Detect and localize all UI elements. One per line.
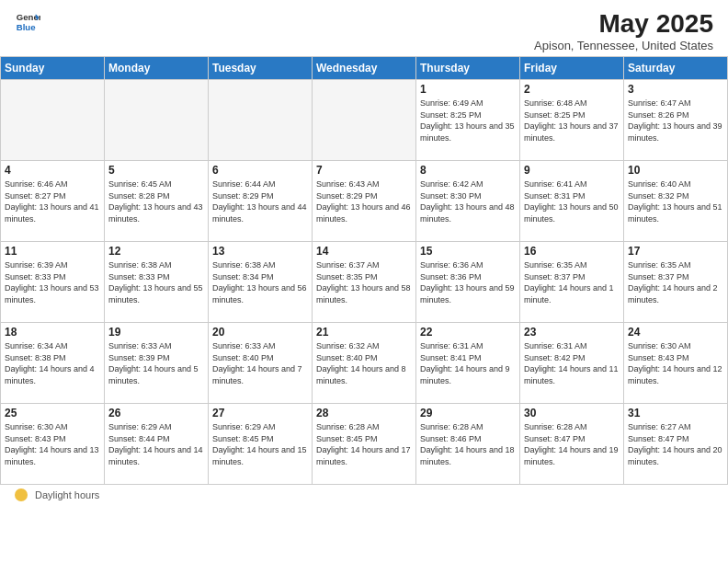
calendar-cell: 24Sunrise: 6:30 AM Sunset: 8:43 PM Dayli… bbox=[624, 323, 728, 404]
calendar-cell: 19Sunrise: 6:33 AM Sunset: 8:39 PM Dayli… bbox=[105, 323, 209, 404]
calendar-cell: 12Sunrise: 6:38 AM Sunset: 8:33 PM Dayli… bbox=[105, 242, 209, 323]
day-info: Sunrise: 6:48 AM Sunset: 8:25 PM Dayligh… bbox=[524, 98, 620, 144]
calendar-cell: 6Sunrise: 6:44 AM Sunset: 8:29 PM Daylig… bbox=[209, 161, 313, 242]
day-number: 10 bbox=[628, 164, 723, 177]
calendar-cell bbox=[313, 80, 416, 161]
calendar-cell: 27Sunrise: 6:29 AM Sunset: 8:45 PM Dayli… bbox=[209, 404, 313, 485]
day-info: Sunrise: 6:46 AM Sunset: 8:27 PM Dayligh… bbox=[5, 178, 100, 224]
day-info: Sunrise: 6:38 AM Sunset: 8:33 PM Dayligh… bbox=[108, 259, 204, 305]
calendar-cell: 22Sunrise: 6:31 AM Sunset: 8:41 PM Dayli… bbox=[416, 323, 520, 404]
day-info: Sunrise: 6:31 AM Sunset: 8:41 PM Dayligh… bbox=[420, 340, 516, 386]
day-number: 26 bbox=[108, 407, 204, 419]
day-info: Sunrise: 6:30 AM Sunset: 8:43 PM Dayligh… bbox=[628, 340, 723, 386]
day-number: 13 bbox=[212, 245, 308, 258]
day-info: Sunrise: 6:44 AM Sunset: 8:29 PM Dayligh… bbox=[212, 178, 308, 224]
calendar-cell: 29Sunrise: 6:28 AM Sunset: 8:46 PM Dayli… bbox=[416, 404, 520, 485]
calendar-header-row: SundayMondayTuesdayWednesdayThursdayFrid… bbox=[1, 57, 728, 80]
calendar-cell: 4Sunrise: 6:46 AM Sunset: 8:27 PM Daylig… bbox=[1, 161, 105, 242]
day-info: Sunrise: 6:27 AM Sunset: 8:47 PM Dayligh… bbox=[628, 421, 723, 467]
col-header-monday: Monday bbox=[105, 57, 209, 80]
logo: General Blue bbox=[15, 9, 40, 35]
calendar-cell bbox=[105, 80, 209, 161]
calendar-cell: 9Sunrise: 6:41 AM Sunset: 8:31 PM Daylig… bbox=[520, 161, 624, 242]
day-info: Sunrise: 6:37 AM Sunset: 8:35 PM Dayligh… bbox=[316, 259, 412, 305]
day-number: 24 bbox=[628, 326, 723, 339]
calendar-cell: 10Sunrise: 6:40 AM Sunset: 8:32 PM Dayli… bbox=[624, 161, 728, 242]
calendar-week-1: 1Sunrise: 6:49 AM Sunset: 8:25 PM Daylig… bbox=[1, 80, 728, 161]
day-number: 14 bbox=[316, 245, 412, 258]
day-info: Sunrise: 6:38 AM Sunset: 8:34 PM Dayligh… bbox=[212, 259, 308, 305]
day-number: 2 bbox=[524, 83, 620, 96]
day-info: Sunrise: 6:40 AM Sunset: 8:32 PM Dayligh… bbox=[628, 178, 723, 224]
col-header-wednesday: Wednesday bbox=[313, 57, 416, 80]
day-number: 30 bbox=[524, 407, 620, 419]
day-info: Sunrise: 6:31 AM Sunset: 8:42 PM Dayligh… bbox=[524, 340, 620, 386]
day-info: Sunrise: 6:33 AM Sunset: 8:39 PM Dayligh… bbox=[108, 340, 204, 386]
day-number: 12 bbox=[108, 245, 204, 258]
day-info: Sunrise: 6:36 AM Sunset: 8:36 PM Dayligh… bbox=[420, 259, 516, 305]
calendar-cell bbox=[1, 80, 105, 161]
day-number: 18 bbox=[5, 326, 100, 339]
svg-text:Blue: Blue bbox=[17, 22, 36, 32]
calendar-cell: 28Sunrise: 6:28 AM Sunset: 8:45 PM Dayli… bbox=[313, 404, 416, 485]
day-info: Sunrise: 6:28 AM Sunset: 8:45 PM Dayligh… bbox=[316, 421, 412, 467]
calendar-cell: 17Sunrise: 6:35 AM Sunset: 8:37 PM Dayli… bbox=[624, 242, 728, 323]
location: Apison, Tennessee, United States bbox=[534, 39, 713, 52]
day-number: 16 bbox=[524, 245, 620, 258]
footer-label: Daylight hours bbox=[35, 489, 99, 500]
day-info: Sunrise: 6:43 AM Sunset: 8:29 PM Dayligh… bbox=[316, 178, 412, 224]
month-title: May 2025 bbox=[534, 9, 713, 39]
calendar-cell: 7Sunrise: 6:43 AM Sunset: 8:29 PM Daylig… bbox=[313, 161, 416, 242]
calendar-cell: 2Sunrise: 6:48 AM Sunset: 8:25 PM Daylig… bbox=[520, 80, 624, 161]
calendar-week-2: 4Sunrise: 6:46 AM Sunset: 8:27 PM Daylig… bbox=[1, 161, 728, 242]
day-number: 27 bbox=[212, 407, 308, 419]
day-number: 15 bbox=[420, 245, 516, 258]
day-number: 29 bbox=[420, 407, 516, 419]
col-header-friday: Friday bbox=[520, 57, 624, 80]
col-header-tuesday: Tuesday bbox=[209, 57, 313, 80]
day-info: Sunrise: 6:35 AM Sunset: 8:37 PM Dayligh… bbox=[524, 259, 620, 305]
calendar-cell: 15Sunrise: 6:36 AM Sunset: 8:36 PM Dayli… bbox=[416, 242, 520, 323]
day-number: 9 bbox=[524, 164, 620, 177]
day-info: Sunrise: 6:45 AM Sunset: 8:28 PM Dayligh… bbox=[108, 178, 204, 224]
col-header-saturday: Saturday bbox=[624, 57, 728, 80]
calendar-cell: 23Sunrise: 6:31 AM Sunset: 8:42 PM Dayli… bbox=[520, 323, 624, 404]
day-info: Sunrise: 6:49 AM Sunset: 8:25 PM Dayligh… bbox=[420, 98, 516, 144]
calendar-cell: 13Sunrise: 6:38 AM Sunset: 8:34 PM Dayli… bbox=[209, 242, 313, 323]
page-header: General Blue May 2025 Apison, Tennessee,… bbox=[0, 0, 728, 56]
calendar-week-5: 25Sunrise: 6:30 AM Sunset: 8:43 PM Dayli… bbox=[1, 404, 728, 485]
day-info: Sunrise: 6:42 AM Sunset: 8:30 PM Dayligh… bbox=[420, 178, 516, 224]
day-number: 21 bbox=[316, 326, 412, 339]
day-number: 19 bbox=[108, 326, 204, 339]
col-header-thursday: Thursday bbox=[416, 57, 520, 80]
day-info: Sunrise: 6:29 AM Sunset: 8:44 PM Dayligh… bbox=[108, 421, 204, 467]
calendar-week-3: 11Sunrise: 6:39 AM Sunset: 8:33 PM Dayli… bbox=[1, 242, 728, 323]
logo-icon: General Blue bbox=[15, 9, 40, 35]
day-number: 4 bbox=[5, 164, 100, 177]
day-info: Sunrise: 6:39 AM Sunset: 8:33 PM Dayligh… bbox=[5, 259, 100, 305]
day-number: 1 bbox=[420, 83, 516, 96]
sun-icon bbox=[15, 488, 28, 501]
calendar-cell bbox=[209, 80, 313, 161]
day-info: Sunrise: 6:30 AM Sunset: 8:43 PM Dayligh… bbox=[5, 421, 100, 467]
footer: Daylight hours bbox=[0, 485, 728, 505]
calendar-cell: 1Sunrise: 6:49 AM Sunset: 8:25 PM Daylig… bbox=[416, 80, 520, 161]
day-info: Sunrise: 6:34 AM Sunset: 8:38 PM Dayligh… bbox=[5, 340, 100, 386]
day-number: 6 bbox=[212, 164, 308, 177]
day-number: 5 bbox=[108, 164, 204, 177]
calendar-cell: 3Sunrise: 6:47 AM Sunset: 8:26 PM Daylig… bbox=[624, 80, 728, 161]
day-number: 3 bbox=[628, 83, 723, 96]
day-number: 23 bbox=[524, 326, 620, 339]
day-number: 20 bbox=[212, 326, 308, 339]
day-info: Sunrise: 6:29 AM Sunset: 8:45 PM Dayligh… bbox=[212, 421, 308, 467]
calendar-week-4: 18Sunrise: 6:34 AM Sunset: 8:38 PM Dayli… bbox=[1, 323, 728, 404]
calendar-cell: 11Sunrise: 6:39 AM Sunset: 8:33 PM Dayli… bbox=[1, 242, 105, 323]
col-header-sunday: Sunday bbox=[1, 57, 105, 80]
calendar-cell: 21Sunrise: 6:32 AM Sunset: 8:40 PM Dayli… bbox=[313, 323, 416, 404]
day-number: 31 bbox=[628, 407, 723, 419]
day-number: 17 bbox=[628, 245, 723, 258]
day-number: 28 bbox=[316, 407, 412, 419]
day-info: Sunrise: 6:33 AM Sunset: 8:40 PM Dayligh… bbox=[212, 340, 308, 386]
day-number: 25 bbox=[5, 407, 100, 419]
day-info: Sunrise: 6:47 AM Sunset: 8:26 PM Dayligh… bbox=[628, 98, 723, 144]
